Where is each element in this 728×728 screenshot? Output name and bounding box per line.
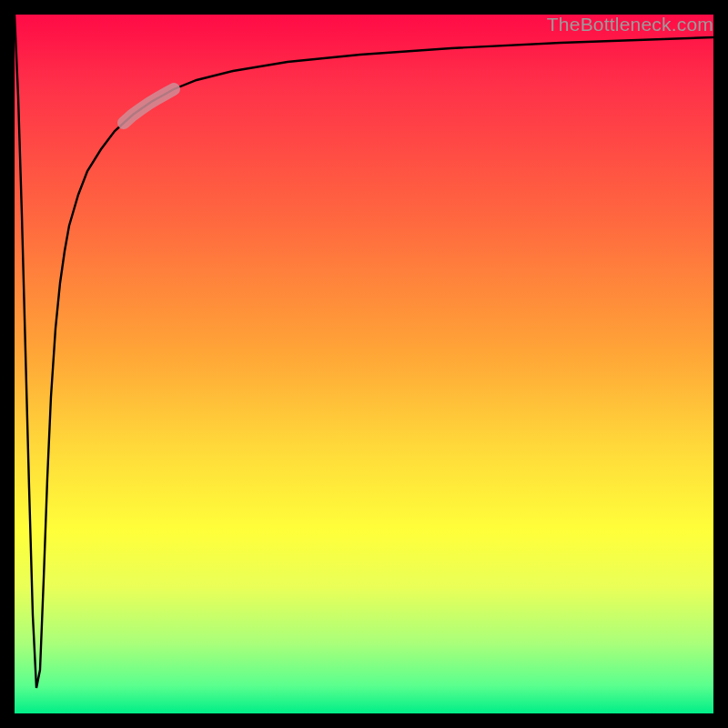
main-curve (15, 15, 713, 688)
curve-svg (15, 15, 713, 713)
plot-area: TheBottleneck.com (15, 15, 713, 713)
highlight-brush (124, 89, 174, 123)
chart-frame: TheBottleneck.com (0, 0, 728, 728)
